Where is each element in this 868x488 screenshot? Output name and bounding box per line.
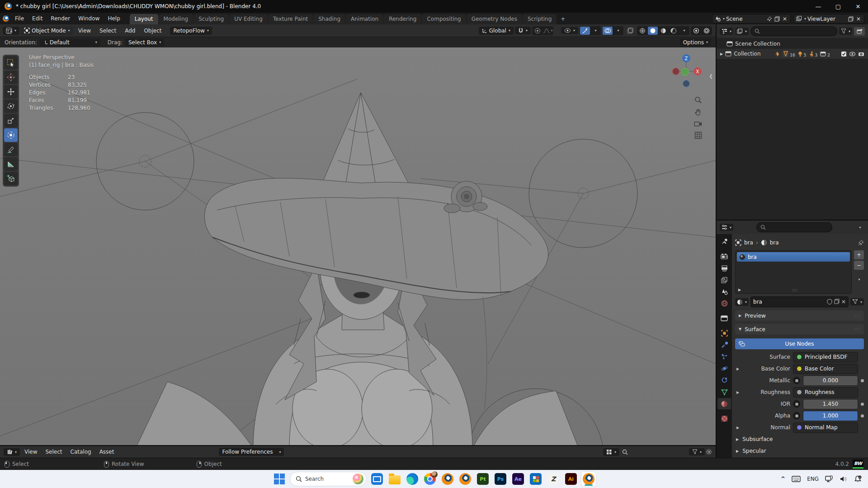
hide-eye-icon[interactable] <box>849 52 856 56</box>
taskbar-blender-active[interactable] <box>581 472 596 486</box>
tab-modifiers[interactable] <box>717 339 731 351</box>
pin-icon[interactable] <box>858 240 864 246</box>
alpha-decorator[interactable] <box>861 414 864 418</box>
ortho-grid-icon[interactable] <box>694 131 702 139</box>
proportional-falloff-dropdown[interactable]: ▾ <box>543 27 553 35</box>
shading-wireframe[interactable] <box>637 27 647 35</box>
tab-texture-paint[interactable]: Texture Paint <box>268 14 313 24</box>
menu-render[interactable]: Render <box>47 13 74 24</box>
tool-select-box[interactable] <box>4 56 18 70</box>
display-size-dropdown[interactable]: ▾ <box>603 448 619 456</box>
fake-user-shield-icon[interactable] <box>827 299 832 305</box>
import-method-dropdown[interactable]: Follow Preferences▾ <box>219 448 284 456</box>
tab-render[interactable] <box>717 251 731 262</box>
browse-material-button[interactable]: ▾ <box>735 298 749 306</box>
outliner-filter-dropdown[interactable]: ▾ <box>839 28 852 35</box>
tray-language[interactable]: ENG <box>807 476 819 482</box>
breadcrumb-object-name[interactable]: bra <box>744 239 753 246</box>
shading-solid[interactable] <box>648 27 658 35</box>
outliner-search-field[interactable] <box>750 26 837 36</box>
metallic-decorator[interactable] <box>861 379 864 382</box>
tab-uv-editing[interactable]: UV Editing <box>229 14 268 24</box>
surface-panel-header[interactable]: ▼ Surface :::: <box>735 324 864 334</box>
outliner-editor-type-button[interactable]: ▾ <box>720 28 733 35</box>
scene-selector[interactable]: ▾ Scene ✕ <box>712 14 791 23</box>
taskbar-illustrator[interactable]: Ai <box>564 472 578 486</box>
properties-options-dropdown[interactable]: ▾ <box>855 223 865 232</box>
show-overlays-toggle[interactable] <box>603 27 613 35</box>
metallic-slider[interactable]: 0.000 <box>803 375 858 386</box>
asset-filter-dropdown[interactable]: ▾ <box>689 448 705 455</box>
shading-rendered[interactable] <box>669 27 679 35</box>
minimize-button[interactable]: — <box>808 0 828 13</box>
start-button[interactable] <box>272 472 287 486</box>
menu-object[interactable]: Object <box>140 27 165 35</box>
properties-search-field[interactable] <box>756 222 832 232</box>
tab-view-layer[interactable] <box>717 274 731 286</box>
use-nodes-button[interactable]: Use Nodes <box>735 338 864 349</box>
expand-base-color[interactable]: ▶ <box>735 367 741 371</box>
tool-measure[interactable] <box>4 157 18 171</box>
tab-tool[interactable] <box>717 236 731 247</box>
taskbar-after-effects[interactable]: Ae <box>511 472 525 486</box>
tab-object[interactable] <box>717 328 731 339</box>
zoom-icon[interactable] <box>694 96 702 104</box>
tool-add-cube[interactable] <box>4 172 18 185</box>
drag-dropdown[interactable]: Select Box▾ <box>125 38 164 47</box>
shading-material[interactable] <box>658 27 668 35</box>
taskbar-substance-painter[interactable]: Pt <box>476 472 490 486</box>
taskbar-photoshop[interactable]: Ps <box>493 472 508 486</box>
tab-compositing[interactable]: Compositing <box>422 14 466 24</box>
tab-object-data[interactable] <box>717 386 731 398</box>
tab-animation[interactable]: Animation <box>346 14 383 24</box>
network-icon[interactable] <box>825 475 833 483</box>
copy-datablock-icon[interactable] <box>834 299 840 304</box>
taskbar-search[interactable]: Search <box>290 472 367 486</box>
collection-checkbox[interactable] <box>841 51 847 57</box>
remove-viewlayer-icon[interactable]: ✕ <box>855 16 862 22</box>
taskbar-blender-1[interactable] <box>440 472 455 486</box>
menu-file[interactable]: File <box>11 13 28 24</box>
ior-decorator[interactable] <box>861 403 864 406</box>
maximize-button[interactable]: ▢ <box>828 0 848 13</box>
tool-cursor[interactable] <box>4 70 18 84</box>
expand-normal[interactable]: ▶ <box>735 426 741 430</box>
taskbar-edge[interactable] <box>405 472 420 486</box>
asset-search-icon[interactable] <box>622 449 628 455</box>
tab-constraints[interactable] <box>717 375 731 386</box>
tab-geometry-nodes[interactable]: Geometry Nodes <box>467 14 522 24</box>
tab-material[interactable] <box>717 398 731 409</box>
tab-particles[interactable] <box>717 351 731 362</box>
new-scene-icon[interactable] <box>774 16 780 22</box>
shading-dropdown[interactable]: ▾ <box>679 27 689 35</box>
material-specials-dropdown[interactable]: ▾ <box>850 298 864 305</box>
snapping-toggle[interactable]: ▾ <box>515 27 531 34</box>
tab-scene[interactable] <box>717 286 731 297</box>
mode-selector[interactable]: Object Mode ▾ <box>21 27 73 35</box>
asset-menu-asset[interactable]: Asset <box>96 448 118 456</box>
pan-hand-icon[interactable] <box>694 108 702 116</box>
region-collapse-chevron[interactable]: ❮ <box>709 74 713 79</box>
asset-menu-catalog[interactable]: Catalog <box>67 448 95 456</box>
outliner-row-scene-collection[interactable]: Scene Collection <box>717 39 868 49</box>
add-workspace-button[interactable]: + <box>557 14 569 24</box>
viewlayer-selector[interactable]: ▾ ViewLayer ✕ <box>793 14 864 23</box>
ior-slider[interactable]: 1.450 <box>803 399 858 409</box>
outliner-row-collection[interactable]: ▶ Collection 16 5 3 2 <box>717 49 868 59</box>
menu-view[interactable]: View <box>75 27 94 35</box>
proportional-editing-toggle[interactable] <box>533 27 542 35</box>
volume-icon[interactable] <box>840 476 848 482</box>
asset-settings-gear-icon[interactable] <box>706 449 712 455</box>
alpha-socket[interactable] <box>793 412 800 419</box>
tool-annotate[interactable] <box>4 143 18 156</box>
tray-chevron[interactable]: ^ <box>781 476 785 482</box>
transform-orientation-selector[interactable]: Global▾ <box>479 27 514 35</box>
menu-help[interactable]: Help <box>104 13 124 24</box>
taskbar-thispc[interactable] <box>370 472 384 486</box>
preview-panel-header[interactable]: ▶ Preview :::: <box>735 310 864 321</box>
transmission-panel-header[interactable]: ▶ Transmission <box>735 457 864 458</box>
new-collection-button[interactable] <box>854 27 865 36</box>
options-dropdown[interactable]: Options▾ <box>680 38 711 47</box>
notification-bell-icon[interactable]: z <box>854 475 862 483</box>
editor-type-button[interactable]: ▾ <box>3 27 19 35</box>
